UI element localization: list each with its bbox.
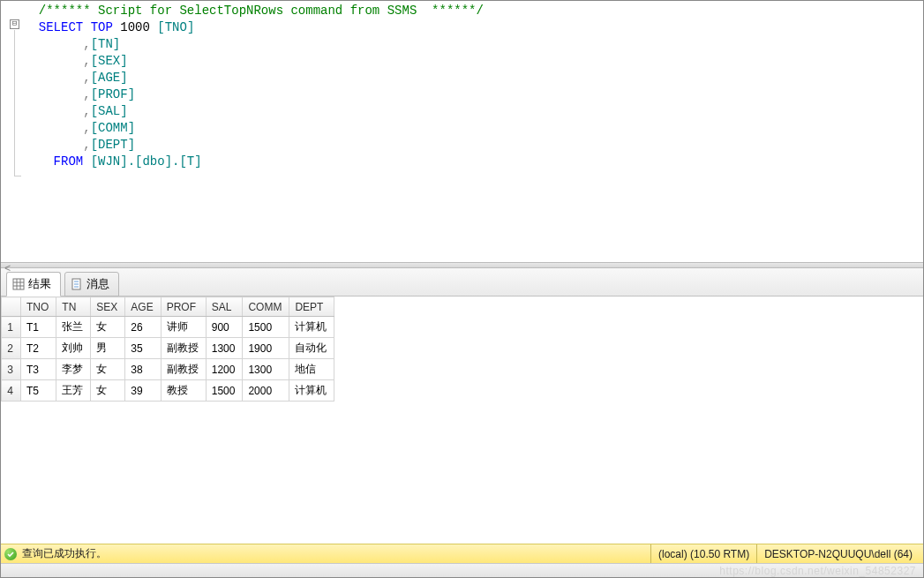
cell[interactable]: 1300: [206, 338, 243, 359]
cell[interactable]: 女: [91, 380, 125, 402]
cell[interactable]: 计算机: [289, 317, 334, 338]
tab-results[interactable]: 结果: [6, 272, 61, 297]
fold-guide-end: [14, 176, 21, 176]
col-header-age[interactable]: AGE: [125, 297, 161, 317]
col-3: [AGE]: [91, 71, 128, 85]
tab-messages[interactable]: 消息: [64, 272, 119, 297]
corner-cell[interactable]: [2, 297, 21, 317]
cell[interactable]: T2: [21, 338, 56, 359]
cell[interactable]: T3: [21, 359, 56, 380]
col-0: [TNO]: [157, 20, 194, 34]
table-row[interactable]: 2 T2 刘帅 男 35 副教授 1300 1900 自动化: [2, 338, 334, 359]
cell[interactable]: 1300: [243, 359, 289, 380]
col-header-tno[interactable]: TNO: [21, 297, 56, 317]
cell[interactable]: 副教授: [161, 338, 206, 359]
cell[interactable]: 1500: [206, 380, 243, 402]
cell[interactable]: 男: [91, 338, 125, 359]
cell[interactable]: 副教授: [161, 359, 206, 380]
cell[interactable]: 39: [125, 380, 161, 402]
col-header-tn[interactable]: TN: [56, 297, 91, 317]
status-message: 查询已成功执行。: [22, 546, 107, 561]
results-pane[interactable]: TNO TN SEX AGE PROF SAL COMM DEPT 1 T1 张…: [1, 297, 923, 522]
cell[interactable]: 2000: [243, 380, 289, 402]
cell[interactable]: 38: [125, 359, 161, 380]
col-2: [SEX]: [91, 54, 128, 68]
col-header-sal[interactable]: SAL: [206, 297, 243, 317]
sql-comment: /****** Script for SelectTopNRows comman…: [39, 4, 484, 18]
col-1: [TN]: [91, 37, 121, 51]
col-4: [PROF]: [91, 87, 135, 101]
col-header-prof[interactable]: PROF: [161, 297, 206, 317]
code-line[interactable]: ,[COMM]: [1, 120, 923, 137]
row-number[interactable]: 2: [2, 338, 21, 359]
cell[interactable]: 900: [206, 317, 243, 338]
from-ident: [WJN].[dbo].[T]: [91, 154, 202, 169]
code-line[interactable]: ,[PROF]: [1, 86, 923, 103]
cell[interactable]: 1200: [206, 359, 243, 380]
cell[interactable]: 地信: [289, 359, 334, 380]
code-line[interactable]: ,[TN]: [1, 36, 923, 53]
kw-from: FROM: [54, 154, 84, 169]
code-line[interactable]: FROM [WJN].[dbo].[T]: [1, 154, 923, 170]
cell[interactable]: 李梦: [56, 359, 91, 380]
table-row[interactable]: 3 T3 李梦 女 38 副教授 1200 1300 地信: [2, 359, 334, 380]
status-login: DESKTOP-N2QUUQU\dell (64): [756, 544, 920, 563]
cell[interactable]: 女: [91, 317, 125, 338]
fold-toggle[interactable]: ⊟: [10, 19, 19, 29]
code-line[interactable]: SELECT TOP 1000 [TNO]: [1, 19, 923, 36]
cell[interactable]: 王芳: [56, 380, 91, 402]
code-line[interactable]: ,[AGE]: [1, 70, 923, 86]
table-row[interactable]: 1 T1 张兰 女 26 讲师 900 1500 计算机: [2, 317, 334, 338]
code-line[interactable]: ,[DEPT]: [1, 137, 923, 154]
svg-rect-0: [13, 279, 24, 289]
cell[interactable]: T1: [21, 317, 56, 338]
col-header-sex[interactable]: SEX: [91, 297, 125, 317]
results-tabs-bar: 结果 消息: [1, 268, 923, 297]
tab-results-label: 结果: [28, 276, 51, 292]
status-server: (local) (10.50 RTM): [650, 544, 756, 563]
success-icon: [4, 548, 17, 560]
cell[interactable]: 教授: [161, 380, 206, 402]
cell[interactable]: 计算机: [289, 380, 334, 402]
cell[interactable]: 张兰: [56, 317, 91, 338]
col-5: [SAL]: [91, 104, 128, 118]
row-number[interactable]: 1: [2, 317, 21, 338]
row-number[interactable]: 3: [2, 359, 21, 380]
code-line[interactable]: ,[SAL]: [1, 103, 923, 120]
cell[interactable]: 1900: [243, 338, 289, 359]
col-header-dept[interactable]: DEPT: [289, 297, 334, 317]
pane-splitter[interactable]: [1, 262, 923, 268]
sql-editor-pane[interactable]: ⊟ /****** Script for SelectTopNRows comm…: [1, 1, 923, 262]
header-row: TNO TN SEX AGE PROF SAL COMM DEPT: [2, 297, 334, 317]
cell[interactable]: 女: [91, 359, 125, 380]
tab-messages-label: 消息: [86, 276, 109, 292]
watermark: https://blog.csdn.net/weixin_54852327: [719, 565, 916, 577]
cell[interactable]: 26: [125, 317, 161, 338]
cell[interactable]: 自动化: [289, 338, 334, 359]
col-6: [COMM]: [91, 121, 135, 135]
grid-icon: [12, 278, 25, 290]
kw-top: TOP: [91, 20, 113, 34]
row-number[interactable]: 4: [2, 380, 21, 402]
col-7: [DEPT]: [91, 138, 135, 152]
col-header-comm[interactable]: COMM: [243, 297, 289, 317]
cell[interactable]: T5: [21, 380, 56, 402]
results-grid[interactable]: TNO TN SEX AGE PROF SAL COMM DEPT 1 T1 张…: [1, 297, 334, 402]
topn: 1000: [120, 20, 150, 34]
page-icon: [71, 278, 83, 290]
status-bar: 查询已成功执行。 (local) (10.50 RTM) DESKTOP-N2Q…: [1, 544, 923, 563]
code-line[interactable]: ,[SEX]: [1, 53, 923, 70]
horizontal-scroll-left-icon[interactable]: <: [4, 263, 11, 274]
cell[interactable]: 1500: [243, 317, 289, 338]
fold-guide-line: [14, 30, 15, 176]
code-line[interactable]: /****** Script for SelectTopNRows comman…: [1, 3, 923, 19]
kw-select: SELECT: [39, 20, 83, 34]
cell[interactable]: 讲师: [161, 317, 206, 338]
cell[interactable]: 35: [125, 338, 161, 359]
cell[interactable]: 刘帅: [56, 338, 91, 359]
table-row[interactable]: 4 T5 王芳 女 39 教授 1500 2000 计算机: [2, 380, 334, 402]
